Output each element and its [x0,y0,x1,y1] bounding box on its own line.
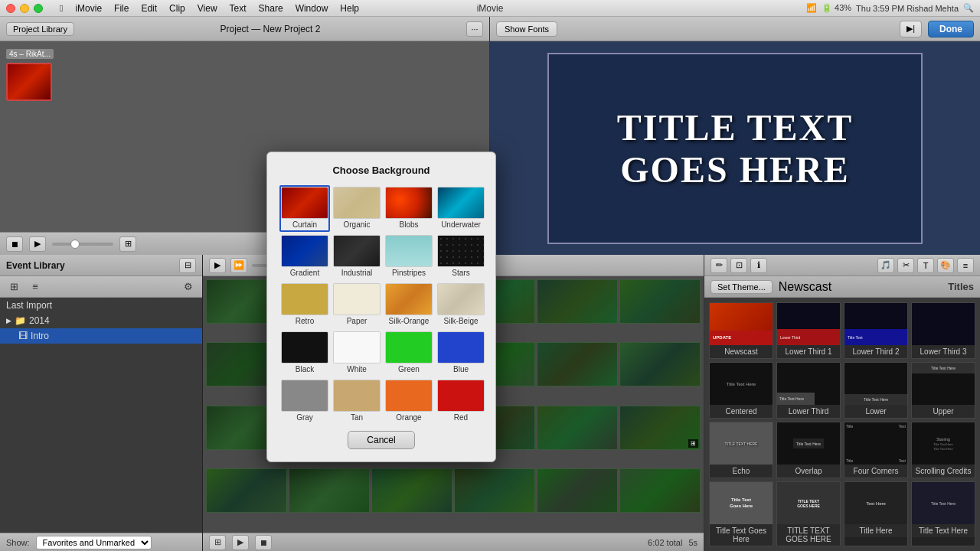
modal-cancel-row: Cancel [279,431,483,449]
bg-gray[interactable]: Gray [279,378,330,425]
bg-pinstripes-label: Pinstripes [392,267,426,279]
bg-blobs[interactable]: Blobs [384,185,434,232]
bg-red[interactable]: Red [436,378,486,425]
bg-gray-label: Gray [296,412,313,423]
bg-white-label: White [347,364,367,375]
bg-blue-label: Blue [453,364,469,375]
bg-gradient[interactable]: Gradient [279,233,330,280]
bg-black-label: Black [296,364,314,375]
bg-retro[interactable]: Retro [279,282,330,328]
bg-gradient-label: Gradient [290,267,319,279]
bg-silk-beige[interactable]: Silk-Beige [436,282,486,328]
bg-paper-label: Paper [347,315,368,327]
bg-blue[interactable]: Blue [436,330,486,377]
bg-organic-label: Organic [343,219,370,230]
choose-background-modal: Choose Background Curtain Organic Blobs … [266,152,496,462]
bg-underwater[interactable]: Underwater [436,185,486,232]
bg-black[interactable]: Black [279,330,330,377]
modal-title: Choose Background [279,165,483,176]
bg-orange[interactable]: Orange [384,378,434,425]
bg-curtain-label: Curtain [292,219,317,230]
bg-green[interactable]: Green [384,330,434,377]
bg-silk-beige-label: Silk-Beige [443,315,478,327]
bg-tan[interactable]: Tan [332,378,382,425]
bg-white[interactable]: White [332,330,382,377]
bg-stars-label: Stars [452,267,469,279]
bg-pinstripes[interactable]: Pinstripes [384,233,434,280]
bg-curtain[interactable]: Curtain [279,185,330,232]
background-grid: Curtain Organic Blobs Underwater Gradien… [279,185,483,425]
modal-overlay: Choose Background Curtain Organic Blobs … [0,0,980,551]
bg-orange-label: Orange [396,412,421,423]
bg-stars[interactable]: Stars [436,233,486,280]
cancel-button[interactable]: Cancel [348,431,414,449]
bg-blobs-label: Blobs [399,219,418,230]
bg-organic[interactable]: Organic [332,185,382,232]
bg-silk-orange-label: Silk-Orange [389,315,430,327]
bg-industrial-label: Industrial [341,267,373,279]
bg-tan-label: Tan [351,412,363,423]
bg-underwater-label: Underwater [441,219,481,230]
bg-silk-orange[interactable]: Silk-Orange [384,282,434,328]
bg-red-label: Red [454,412,468,423]
bg-industrial[interactable]: Industrial [332,233,382,280]
bg-green-label: Green [398,364,420,375]
bg-paper[interactable]: Paper [332,282,382,328]
bg-retro-label: Retro [296,315,314,327]
